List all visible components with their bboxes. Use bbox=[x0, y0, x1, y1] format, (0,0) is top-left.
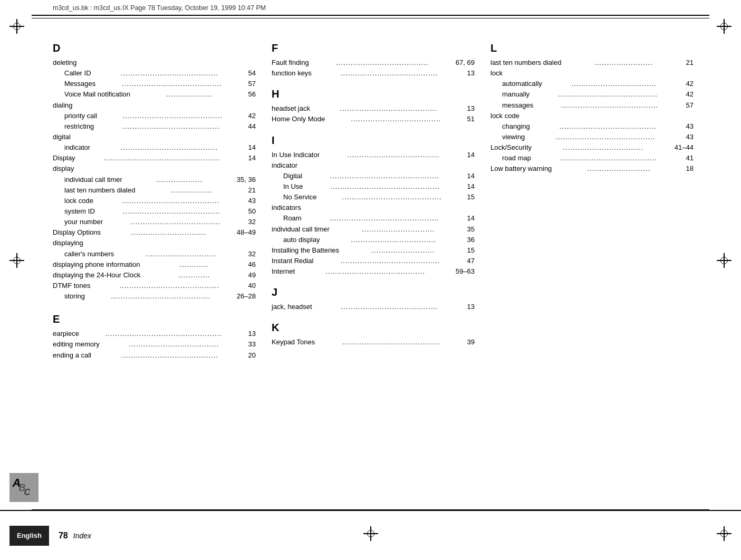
entry-callers-numbers: caller's numbers .......................… bbox=[53, 249, 256, 259]
entry-headset-jack: headset jack ...........................… bbox=[272, 103, 475, 114]
column-f-k: F Fault finding ........................… bbox=[272, 42, 490, 497]
section-letter-i: I bbox=[272, 134, 475, 147]
entry-messages-lock: messages ...............................… bbox=[490, 100, 694, 111]
entry-in-use: In Use .................................… bbox=[272, 181, 475, 192]
entry-display: Display ................................… bbox=[53, 153, 256, 163]
entry-manually: manually ...............................… bbox=[490, 89, 694, 100]
entry-indicators-group: indicators bbox=[272, 202, 475, 213]
section-label: Index bbox=[73, 532, 91, 540]
entry-indicator: indicator ..............................… bbox=[53, 142, 256, 153]
entry-deleting: deleting bbox=[53, 57, 256, 68]
entry-road-map: road map ...............................… bbox=[490, 153, 694, 163]
section-letter-h: H bbox=[272, 88, 475, 100]
entry-priority-call: priority call ..........................… bbox=[53, 111, 256, 121]
entry-home-only-mode: Home Only Mode .........................… bbox=[272, 114, 475, 124]
reg-mark-tr bbox=[717, 19, 732, 34]
section-letter-d: D bbox=[53, 42, 256, 54]
entry-editing-memory: editing memory .........................… bbox=[53, 339, 256, 350]
entry-last-ten: last ten numbers dialed ................… bbox=[53, 185, 256, 196]
column-l: L last ten numbers dialed ..............… bbox=[490, 42, 709, 497]
entry-instant-redial: Instant Redial .........................… bbox=[272, 256, 475, 266]
reg-mark-tl bbox=[9, 19, 24, 34]
entry-auto-display: auto display ...........................… bbox=[272, 235, 475, 245]
entry-internet: Internet ...............................… bbox=[272, 266, 475, 277]
section-letter-e: E bbox=[53, 313, 256, 325]
entry-messages: Messages ...............................… bbox=[53, 79, 256, 89]
entry-lock-code: lock code ..............................… bbox=[53, 196, 256, 206]
entry-keypad-tones: Keypad Tones ...........................… bbox=[272, 337, 475, 347]
reg-mark-ml bbox=[9, 253, 24, 268]
entry-last-ten-dialed: last ten numbers dialed ................… bbox=[490, 57, 694, 68]
entry-display-options: Display Options ........................… bbox=[53, 227, 256, 238]
entry-individual-call-timer: individual call timer ..................… bbox=[53, 175, 256, 185]
reg-mark-mr bbox=[717, 253, 732, 268]
entry-no-service: No Service .............................… bbox=[272, 192, 475, 202]
entry-automatically: automatically ..........................… bbox=[490, 79, 694, 89]
entry-system-id: system ID ..............................… bbox=[53, 206, 256, 217]
entry-roam: Roam ...................................… bbox=[272, 213, 475, 224]
entry-your-number: your number ............................… bbox=[53, 217, 256, 227]
entry-digital-indicator: Digital ................................… bbox=[272, 171, 475, 181]
entry-viewing: viewing ................................… bbox=[490, 132, 694, 142]
entry-lock-code-group: lock code bbox=[490, 111, 694, 121]
section-letter-f: F bbox=[272, 42, 475, 54]
entry-caller-id: Caller ID ..............................… bbox=[53, 68, 256, 79]
entry-lock-group: lock bbox=[490, 68, 694, 79]
entry-displaying-phone: displaying phone information ...........… bbox=[53, 259, 256, 270]
entry-display-lower: display bbox=[53, 163, 256, 174]
entry-earpiece: earpiece ...............................… bbox=[53, 329, 256, 339]
index-content: D deleting Caller ID ...................… bbox=[53, 42, 709, 497]
top-rule bbox=[32, 15, 709, 16]
entry-low-battery: Low battery warning ....................… bbox=[490, 163, 694, 174]
entry-function-keys: function keys ..........................… bbox=[272, 68, 475, 79]
entry-in-use-indicator: In Use Indicator .......................… bbox=[272, 150, 475, 160]
entry-individual-call-timer-2: individual call timer ..................… bbox=[272, 224, 475, 235]
entry-restricting: restricting ............................… bbox=[53, 121, 256, 132]
entry-lock-security: Lock/Security ..........................… bbox=[490, 142, 694, 153]
footer-page-info: 78 Index bbox=[59, 531, 91, 540]
entry-ending-call: ending a call ..........................… bbox=[53, 350, 256, 361]
entry-indicator-group: indicator bbox=[272, 160, 475, 171]
entry-voicemail: Voice Mail notification ................… bbox=[53, 89, 256, 100]
language-badge: English bbox=[9, 526, 49, 546]
abc-icon: A B C bbox=[9, 473, 39, 502]
section-letter-k: K bbox=[272, 322, 475, 334]
entry-dtmf: DTMF tones .............................… bbox=[53, 281, 256, 291]
entry-displaying-24: displaying the 24-Hour Clock ...........… bbox=[53, 270, 256, 281]
header-text: m3cd_us.bk : m3cd_us.IX Page 78 Tuesday,… bbox=[53, 4, 266, 12]
entry-dialing: dialing bbox=[53, 100, 256, 111]
section-letter-l: L bbox=[490, 42, 694, 54]
entry-fault-finding: Fault finding ..........................… bbox=[272, 57, 475, 68]
entry-storing: storing ................................… bbox=[53, 291, 256, 302]
entry-installing-batteries: Installing the Batteries ...............… bbox=[272, 245, 475, 256]
entry-digital: digital bbox=[53, 132, 256, 142]
footer: English 78 Index bbox=[0, 510, 741, 560]
entry-changing: changing ...............................… bbox=[490, 121, 694, 132]
page-number: 78 bbox=[59, 531, 68, 540]
language-label: English bbox=[17, 532, 42, 539]
section-letter-j: J bbox=[272, 286, 475, 298]
top-rule-2 bbox=[32, 18, 709, 18]
page-header: m3cd_us.bk : m3cd_us.IX Page 78 Tuesday,… bbox=[53, 4, 688, 12]
entry-jack-headset: jack, headset ..........................… bbox=[272, 302, 475, 312]
entry-displaying: displaying bbox=[53, 238, 256, 248]
column-d-e: D deleting Caller ID ...................… bbox=[53, 42, 272, 497]
